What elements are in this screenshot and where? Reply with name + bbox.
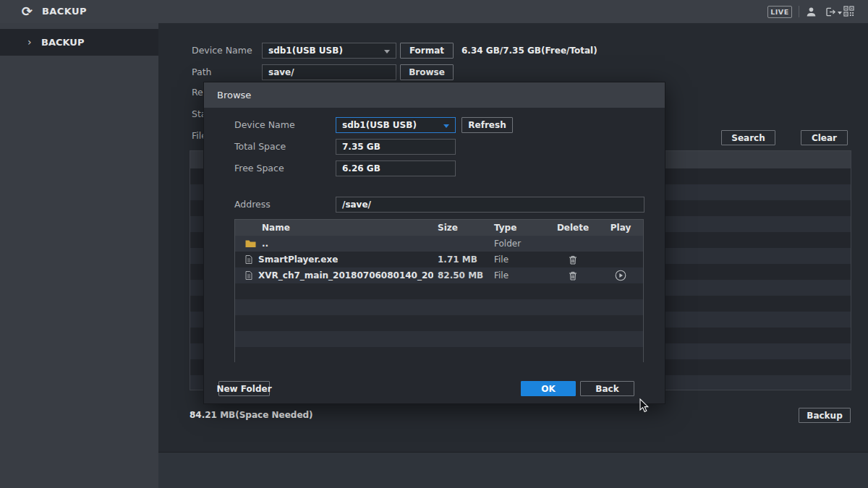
- clear-button[interactable]: Clear: [801, 130, 848, 145]
- free-space-value: 6.26 GB: [336, 160, 456, 176]
- dropdown-arrow-icon: [384, 50, 390, 53]
- sidebar-item-label: BACKUP: [41, 29, 84, 56]
- page-title: BACKUP: [42, 0, 87, 23]
- file-table-body: ..FolderSmartPlayer.exe1.71 MBFileXVR_ch…: [235, 236, 643, 363]
- device-name-label: Device Name: [192, 43, 252, 59]
- space-needed-text: 84.21 MB(Space Needed): [190, 407, 313, 423]
- ok-button[interactable]: OK: [521, 381, 576, 396]
- file-name: ..: [262, 239, 268, 249]
- sidebar: › BACKUP: [0, 23, 158, 488]
- browse-button[interactable]: Browse: [400, 64, 454, 80]
- format-button[interactable]: Format: [400, 43, 454, 59]
- file-name: SmartPlayer.exe: [258, 254, 338, 265]
- total-space-label: Total Space: [234, 139, 286, 155]
- play-icon[interactable]: [615, 270, 626, 281]
- caret-down-icon: [838, 12, 842, 14]
- file-name: XVR_ch7_main_20180706080140_20180...: [258, 270, 433, 281]
- total-space-value: 7.35 GB: [336, 139, 456, 155]
- address-label: Address: [234, 197, 271, 213]
- device-name-value: sdb1(USB USB): [268, 46, 343, 56]
- delete-icon[interactable]: [569, 255, 577, 265]
- device-name-select[interactable]: sdb1(USB USB): [262, 43, 396, 59]
- file-icon: [245, 271, 252, 280]
- file-icon: [245, 255, 252, 264]
- file-size: 82.50 MB: [433, 270, 488, 281]
- column-header-name: Name: [235, 223, 433, 233]
- record-label-partial: Re: [192, 85, 203, 100]
- search-button[interactable]: Search: [721, 130, 775, 145]
- back-button[interactable]: Back: [580, 381, 634, 396]
- path-input[interactable]: save/: [262, 64, 396, 80]
- file-row[interactable]: XVR_ch7_main_20180706080140_20180...82.5…: [235, 267, 643, 283]
- backup-screen: ⟳ BACKUP LIVE › BACKUP: [0, 0, 868, 488]
- empty-row: [235, 331, 643, 347]
- empty-row: [235, 283, 643, 299]
- qr-code-icon[interactable]: [843, 6, 855, 17]
- folder-icon: [245, 239, 256, 248]
- delete-icon[interactable]: [569, 271, 577, 281]
- logout-icon[interactable]: [825, 7, 836, 17]
- file-type: File: [488, 254, 548, 265]
- refresh-button[interactable]: Refresh: [461, 117, 513, 133]
- topbar-divider: [799, 6, 799, 17]
- path-label: Path: [192, 64, 211, 80]
- file-row[interactable]: ..Folder: [235, 236, 643, 252]
- user-icon[interactable]: [806, 7, 817, 17]
- footer-strip: [158, 452, 868, 488]
- top-bar: ⟳ BACKUP LIVE: [0, 0, 868, 23]
- dialog-device-name-value: sdb1(USB USB): [342, 120, 417, 130]
- dropdown-arrow-icon: [443, 124, 449, 128]
- file-row[interactable]: SmartPlayer.exe1.71 MBFile: [235, 252, 643, 267]
- sidebar-item-backup[interactable]: › BACKUP: [0, 29, 158, 56]
- empty-row: [235, 299, 643, 315]
- column-header-size: Size: [433, 223, 488, 233]
- file-table-header: Name Size Type Delete Play: [235, 220, 643, 236]
- chevron-right-icon: ›: [27, 29, 32, 56]
- empty-row: [235, 347, 643, 363]
- empty-row: [235, 315, 643, 331]
- column-header-play: Play: [598, 223, 643, 233]
- mouse-cursor: [639, 398, 650, 416]
- new-folder-button[interactable]: New Folder: [218, 381, 270, 396]
- dialog-header: Browse: [204, 82, 665, 108]
- sync-logo-icon: ⟳: [22, 4, 36, 20]
- file-table: Name Size Type Delete Play ..FolderSmart…: [234, 219, 644, 362]
- file-size: 1.71 MB: [433, 254, 488, 265]
- browse-dialog: Browse Device Name sdb1(USB USB) Refresh…: [203, 82, 665, 404]
- column-header-type: Type: [488, 223, 548, 233]
- dialog-title: Browse: [217, 82, 251, 108]
- free-space-label: Free Space: [234, 160, 284, 176]
- file-type: Folder: [488, 239, 548, 249]
- column-header-delete: Delete: [548, 223, 598, 233]
- dialog-device-name-label: Device Name: [234, 117, 295, 133]
- file-type: File: [488, 270, 548, 281]
- capacity-text: 6.34 GB/7.35 GB(Free/Total): [461, 43, 597, 59]
- live-button[interactable]: LIVE: [767, 6, 792, 18]
- address-input[interactable]: /save/: [336, 197, 644, 213]
- backup-button[interactable]: Backup: [799, 408, 851, 423]
- dialog-device-name-select[interactable]: sdb1(USB USB): [336, 117, 456, 133]
